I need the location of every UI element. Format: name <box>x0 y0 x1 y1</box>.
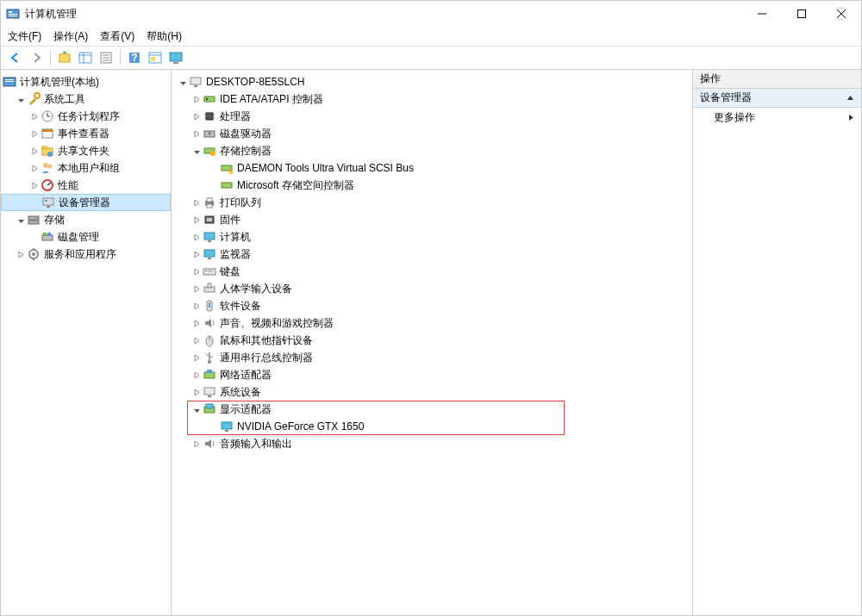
expand-caret-icon[interactable] <box>191 248 203 260</box>
tree-services-apps[interactable]: 服务和应用程序 <box>1 246 171 263</box>
tree-device-manager[interactable]: 设备管理器 <box>1 194 171 211</box>
device-sound[interactable]: 声音、视频和游戏控制器 <box>172 314 692 332</box>
device-ms-storage[interactable]: Microsoft 存储空间控制器 <box>172 177 692 194</box>
tree-storage[interactable]: 存储 <box>1 211 171 228</box>
back-button[interactable] <box>6 48 25 67</box>
actions-header: 操作 <box>693 70 861 89</box>
device-firmware[interactable]: 固件 <box>172 211 692 228</box>
collapse-caret-icon[interactable] <box>191 145 203 157</box>
device-print-queues[interactable]: 打印队列 <box>172 194 692 211</box>
expand-caret-icon[interactable] <box>191 110 203 122</box>
device-system-devices[interactable]: 系统设备 <box>172 383 692 401</box>
tree-local-users[interactable]: 本地用户和组 <box>1 159 171 177</box>
device-mice[interactable]: 鼠标和其他指针设备 <box>172 332 692 349</box>
device-software-devices[interactable]: 软件设备 <box>172 297 692 314</box>
device-storage-controllers[interactable]: 存储控制器 <box>172 142 692 159</box>
expand-caret-icon[interactable] <box>191 214 203 226</box>
device-gpu[interactable]: NVIDIA GeForce GTX 1650 <box>172 418 692 435</box>
expand-caret-icon[interactable] <box>191 231 203 243</box>
device-hid[interactable]: 人体学输入设备 <box>172 280 692 297</box>
device-network[interactable]: 网络适配器 <box>172 366 692 383</box>
sound-icon <box>203 316 216 330</box>
tree-task-scheduler[interactable]: 任务计划程序 <box>1 108 171 125</box>
forward-button[interactable] <box>27 48 46 67</box>
help-button[interactable]: ? <box>125 48 144 67</box>
up-button[interactable] <box>55 48 74 67</box>
svg-rect-74 <box>208 240 211 242</box>
expand-caret-icon[interactable] <box>191 196 203 208</box>
device-keyboards[interactable]: 键盘 <box>172 263 692 280</box>
storage-controller-icon <box>220 178 234 192</box>
expand-caret-icon[interactable] <box>191 369 203 381</box>
svg-rect-56 <box>206 113 213 120</box>
device-root[interactable]: DESKTOP-8E5SLCH <box>172 73 692 90</box>
expand-caret-icon[interactable] <box>191 438 203 450</box>
svg-text:?: ? <box>131 52 137 64</box>
device-audio-io[interactable]: 音频输入和输出 <box>172 435 692 452</box>
actions-section[interactable]: 设备管理器 <box>693 89 861 108</box>
expand-caret-icon[interactable] <box>28 110 41 122</box>
device-cpu[interactable]: 处理器 <box>172 108 692 125</box>
more-actions[interactable]: 更多操作 <box>693 108 861 127</box>
scan-hardware-button[interactable] <box>146 48 165 67</box>
actions-header-label: 操作 <box>700 72 721 86</box>
device-display-adapters[interactable]: 显示适配器 <box>172 401 692 418</box>
expand-caret-icon[interactable] <box>191 300 203 312</box>
expand-caret-icon[interactable] <box>191 386 203 398</box>
tree-shared-folders[interactable]: 共享文件夹 <box>1 142 171 159</box>
tree-disk-management[interactable]: 磁盘管理 <box>1 228 171 246</box>
collapse-caret-icon[interactable] <box>15 214 27 226</box>
show-hide-tree-button[interactable] <box>76 48 95 67</box>
monitor-button[interactable] <box>166 48 185 67</box>
device-daemon-tools[interactable]: DAEMON Tools Ultra Virtual SCSI Bus <box>172 159 692 177</box>
svg-rect-46 <box>43 233 47 236</box>
expand-caret-icon[interactable] <box>191 265 203 277</box>
device-label: 处理器 <box>220 109 251 124</box>
tree-event-viewer[interactable]: 事件查看器 <box>1 125 171 142</box>
expand-caret-icon[interactable] <box>191 93 203 105</box>
device-usb[interactable]: 通用串行总线控制器 <box>172 349 692 366</box>
collapse-caret-icon[interactable] <box>177 76 189 88</box>
expand-caret-icon[interactable] <box>28 145 41 157</box>
hid-icon <box>203 282 216 296</box>
tree-system-tools[interactable]: 系统工具 <box>1 90 171 108</box>
expand-caret-icon[interactable] <box>191 128 203 140</box>
expand-caret-icon[interactable] <box>191 334 203 346</box>
monitor-icon <box>203 247 216 261</box>
expand-caret-icon[interactable] <box>191 283 203 295</box>
properties-button[interactable] <box>97 48 116 67</box>
tree-performance[interactable]: 性能 <box>1 177 171 194</box>
menu-help[interactable]: 帮助(H) <box>147 29 182 44</box>
close-button[interactable] <box>821 1 861 27</box>
menu-view[interactable]: 查看(V) <box>100 29 134 44</box>
svg-rect-3 <box>9 16 17 16</box>
svg-rect-20 <box>151 57 155 61</box>
collapse-caret-icon[interactable] <box>191 403 203 415</box>
display-adapter-icon <box>203 402 216 416</box>
menu-action[interactable]: 操作(A) <box>53 29 88 44</box>
minimize-button[interactable] <box>742 1 782 27</box>
menubar: 文件(F) 操作(A) 查看(V) 帮助(H) <box>1 27 861 46</box>
device-label: IDE ATA/ATAPI 控制器 <box>220 92 323 107</box>
expand-caret-icon[interactable] <box>191 352 203 364</box>
device-ide[interactable]: IDE ATA/ATAPI 控制器 <box>172 90 692 108</box>
expand-caret-icon[interactable] <box>28 162 41 174</box>
collapse-caret-icon[interactable] <box>15 93 27 105</box>
device-label: 键盘 <box>220 264 240 279</box>
device-disk-drives[interactable]: 磁盘驱动器 <box>172 125 692 142</box>
left-tree-pane: 计算机管理(本地) 系统工具 任务计划程序 事件查看器 共享文件夹 本地用户和组 <box>1 70 172 615</box>
storage-icon <box>27 213 41 227</box>
maximize-button[interactable] <box>782 1 821 27</box>
expand-caret-icon[interactable] <box>28 128 41 140</box>
expand-caret-icon[interactable] <box>15 248 27 260</box>
tree-root[interactable]: 计算机管理(本地) <box>1 73 171 90</box>
device-monitors[interactable]: 监视器 <box>172 246 692 263</box>
app-icon <box>6 7 20 21</box>
menu-file[interactable]: 文件(F) <box>8 29 41 44</box>
device-computer[interactable]: 计算机 <box>172 228 692 246</box>
users-icon <box>41 161 54 175</box>
expand-caret-icon[interactable] <box>191 317 203 329</box>
expand-caret-icon[interactable] <box>28 179 41 191</box>
collapse-arrow-icon <box>846 94 854 102</box>
system-device-icon <box>203 385 216 399</box>
